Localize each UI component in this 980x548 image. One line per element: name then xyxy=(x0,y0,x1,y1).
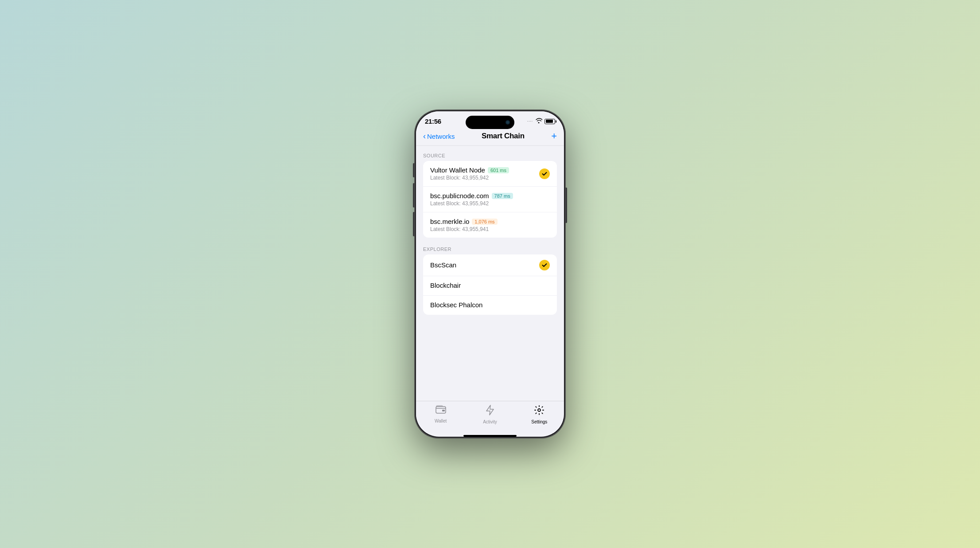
explorer-name-2: Blocksec Phalcon xyxy=(430,301,482,309)
tab-wallet[interactable]: Wallet xyxy=(428,405,454,423)
node-item-0[interactable]: Vultor Wallet Node 601 ms Latest Block: … xyxy=(423,161,557,187)
tab-activity[interactable]: Activity xyxy=(477,405,503,424)
add-button[interactable]: + xyxy=(551,131,557,141)
explorer-item-1[interactable]: Blockchair xyxy=(423,276,557,296)
explorer-card: BscScan Blockchair Blocksec Phalcon xyxy=(423,254,557,315)
back-button[interactable]: ‹ Networks xyxy=(423,132,455,140)
source-card: Vultor Wallet Node 601 ms Latest Block: … xyxy=(423,161,557,238)
page-title: Smart Chain xyxy=(482,132,525,141)
camera-dot xyxy=(506,120,510,125)
svg-point-2 xyxy=(538,409,541,411)
node-item-1[interactable]: bsc.publicnode.com 787 ms Latest Block: … xyxy=(423,187,557,212)
tab-bar: Wallet Activity Settings xyxy=(416,401,564,433)
explorer-item-0[interactable]: BscScan xyxy=(423,254,557,276)
node-info-1: bsc.publicnode.com 787 ms Latest Block: … xyxy=(430,192,550,207)
mute-button xyxy=(413,163,415,177)
back-label: Networks xyxy=(427,133,455,140)
node-latency-0: 601 ms xyxy=(488,167,509,173)
explorer-selected-icon-0 xyxy=(539,260,550,270)
source-section-label: SOURCE xyxy=(416,153,564,161)
node-selected-icon-0 xyxy=(539,168,550,179)
gear-icon xyxy=(534,405,544,418)
node-name-0: Vultor Wallet Node 601 ms xyxy=(430,166,539,174)
node-info-2: bsc.merkle.io 1,076 ms Latest Block: 43,… xyxy=(430,218,550,232)
node-block-1: Latest Block: 43,955,942 xyxy=(430,200,550,207)
node-name-2: bsc.merkle.io 1,076 ms xyxy=(430,218,550,225)
explorer-name-0: BscScan xyxy=(430,261,456,269)
status-time: 21:56 xyxy=(425,117,441,125)
battery-icon xyxy=(544,119,555,124)
home-indicator xyxy=(463,435,517,437)
explorer-item-2[interactable]: Blocksec Phalcon xyxy=(423,296,557,315)
node-name-1: bsc.publicnode.com 787 ms xyxy=(430,192,550,200)
node-block-2: Latest Block: 43,955,941 xyxy=(430,226,550,232)
volume-down-button xyxy=(413,212,415,236)
status-bar: 21:56 ···· xyxy=(416,111,564,128)
node-block-0: Latest Block: 43,955,942 xyxy=(430,175,539,181)
dynamic-island xyxy=(466,116,514,129)
power-button xyxy=(565,188,567,223)
status-icons: ···· xyxy=(527,118,555,125)
node-latency-2: 1,076 ms xyxy=(472,219,497,225)
back-chevron-icon: ‹ xyxy=(423,132,426,140)
tab-settings-label: Settings xyxy=(531,419,547,424)
main-content: SOURCE Vultor Wallet Node 601 ms Latest … xyxy=(416,146,564,401)
node-info-0: Vultor Wallet Node 601 ms Latest Block: … xyxy=(430,166,539,181)
phone-frame: 21:56 ···· ‹ xyxy=(415,110,565,438)
nav-bar: ‹ Networks Smart Chain + xyxy=(416,128,564,146)
wifi-icon xyxy=(535,118,542,125)
source-section: SOURCE Vultor Wallet Node 601 ms Latest … xyxy=(416,153,564,238)
tab-settings[interactable]: Settings xyxy=(526,405,552,424)
tab-activity-label: Activity xyxy=(483,419,497,424)
phone-screen: 21:56 ···· ‹ xyxy=(416,111,564,437)
bolt-icon xyxy=(486,405,494,418)
svg-rect-1 xyxy=(442,410,445,411)
explorer-section-label: EXPLORER xyxy=(416,247,564,254)
tab-wallet-label: Wallet xyxy=(435,419,447,423)
wallet-icon xyxy=(436,405,446,417)
explorer-name-1: Blockchair xyxy=(430,282,461,289)
explorer-section: EXPLORER BscScan Blockchair xyxy=(416,247,564,315)
signal-icon: ···· xyxy=(527,119,533,123)
volume-up-button xyxy=(413,183,415,207)
node-item-2[interactable]: bsc.merkle.io 1,076 ms Latest Block: 43,… xyxy=(423,212,557,238)
node-latency-1: 787 ms xyxy=(492,193,513,199)
